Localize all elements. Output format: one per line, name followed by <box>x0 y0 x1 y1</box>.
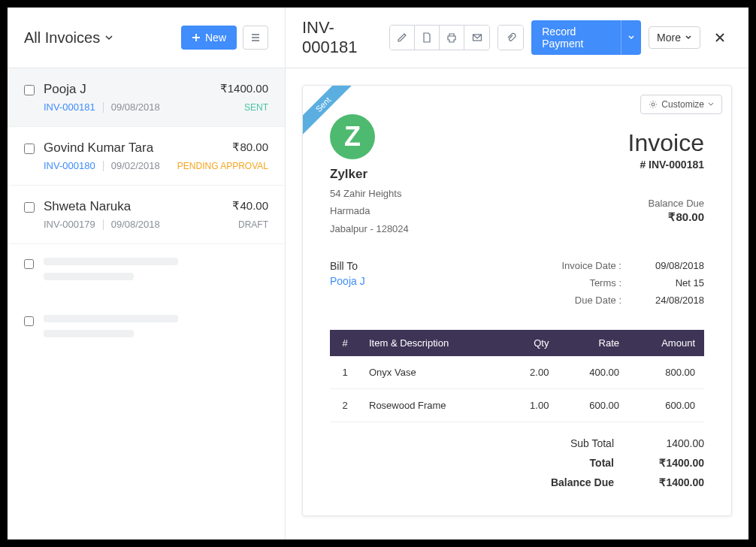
address-line: Jabalpur - 128024 <box>330 220 409 237</box>
list-date: 09/08/2018 <box>111 101 160 113</box>
invoice-number: # INV-000181 <box>628 159 704 171</box>
invoice-header: Z Zylker 54 Zahir Heights Harmada Jabalp… <box>330 114 704 237</box>
close-icon <box>714 32 726 44</box>
th-num: # <box>330 330 360 356</box>
list-status: SENT <box>244 102 268 113</box>
list-customer: Pooja J <box>44 82 86 97</box>
meta-label: Terms : <box>546 277 621 289</box>
app-container: All Invoices New INV-000181 <box>8 8 748 539</box>
customize-label: Customize <box>661 99 704 110</box>
record-payment-button[interactable]: Record Payment <box>531 20 641 55</box>
cell-desc: Onyx Vase <box>360 356 503 389</box>
billto-label: Bill To <box>330 260 365 272</box>
edit-button[interactable] <box>390 26 415 50</box>
icon-group-main <box>389 25 490 50</box>
list-invoice-no: INV-000180 <box>44 160 95 171</box>
list-customer: Shweta Naruka <box>44 199 131 214</box>
cell-qty: 2.00 <box>503 356 558 389</box>
invoice-title: INV-000181 <box>302 18 382 57</box>
invoice-right: Invoice # INV-000181 Balance Due ₹80.00 <box>628 114 704 237</box>
totals-value: 1400.00 <box>644 437 704 449</box>
th-item: Item & Description <box>360 330 503 356</box>
meta-label: Due Date : <box>546 295 621 306</box>
totals-label: Balance Due <box>524 476 614 488</box>
svg-point-1 <box>652 103 655 106</box>
page-title-dropdown[interactable]: All Invoices <box>24 29 113 47</box>
cell-num: 1 <box>330 356 360 389</box>
divider <box>103 219 104 230</box>
caret-down-icon <box>627 34 635 41</box>
status-ribbon: Sent <box>303 86 363 146</box>
cell-amount: 600.00 <box>628 389 704 422</box>
more-label: More <box>657 32 681 44</box>
plus-icon <box>192 33 201 42</box>
list-item[interactable]: Pooja J ₹1400.00 INV-000181 09/08/2018 S… <box>8 68 285 127</box>
line-items-table: # Item & Description Qty Rate Amount 1 O… <box>330 330 704 422</box>
checkbox[interactable] <box>24 202 35 213</box>
status-ribbon-text: Sent <box>303 86 357 138</box>
billto-left: Bill To Pooja J <box>330 260 365 312</box>
totals-row: Total ₹1400.00 <box>330 457 704 469</box>
caret-down-icon <box>708 101 714 107</box>
document-icon <box>422 32 432 43</box>
divider <box>103 102 104 113</box>
print-button[interactable] <box>440 26 464 50</box>
paperclip-icon <box>506 32 516 43</box>
table-row: 2 Rosewood Frame 1.00 600.00 600.00 <box>330 389 704 422</box>
header: All Invoices New INV-000181 <box>8 8 748 68</box>
meta-row: Due Date : 24/08/2018 <box>546 295 704 306</box>
header-left: All Invoices New <box>8 8 286 68</box>
cell-rate: 400.00 <box>558 356 628 389</box>
balance-amount: ₹80.00 <box>628 210 704 224</box>
meta-row: Terms : Net 15 <box>546 277 704 289</box>
divider <box>103 161 104 171</box>
cell-amount: 800.00 <box>628 356 704 389</box>
th-amount: Amount <box>628 330 704 356</box>
th-qty: Qty <box>503 330 558 356</box>
new-button[interactable]: New <box>181 26 237 50</box>
header-right: INV-000181 <box>286 8 748 68</box>
balance-label: Balance Due <box>628 198 704 209</box>
address-line: 54 Zahir Heights <box>330 185 409 202</box>
checkbox[interactable] <box>24 144 35 154</box>
balance-due-block: Balance Due ₹80.00 <box>628 198 704 224</box>
checkbox[interactable] <box>24 259 34 269</box>
record-payment-label: Record Payment <box>531 20 621 55</box>
list-item[interactable]: Shweta Naruka ₹40.00 INV-000179 09/08/20… <box>8 186 285 244</box>
checkbox[interactable] <box>24 316 34 326</box>
mail-button[interactable] <box>464 26 489 50</box>
invoice-detail: Sent Customize Z Zylker 54 Zahir Heights <box>286 68 748 539</box>
menu-button[interactable] <box>243 26 268 50</box>
pencil-icon <box>397 32 407 43</box>
gear-icon <box>649 100 658 109</box>
totals-row: Sub Total 1400.00 <box>330 437 704 449</box>
list-invoice-no: INV-000179 <box>44 219 95 230</box>
billto-name[interactable]: Pooja J <box>330 275 365 287</box>
meta-row: Invoice Date : 09/08/2018 <box>546 260 704 271</box>
meta-label: Invoice Date : <box>546 260 621 271</box>
new-button-label: New <box>205 32 226 44</box>
pdf-button[interactable] <box>415 26 440 50</box>
print-icon <box>446 32 457 43</box>
list-amount: ₹80.00 <box>232 141 268 156</box>
record-payment-caret[interactable] <box>621 20 641 55</box>
list-customer: Govind Kumar Tara <box>44 141 153 156</box>
totals-value: ₹1400.00 <box>644 457 704 469</box>
company-name: Zylker <box>330 167 409 182</box>
attach-button[interactable] <box>498 26 523 50</box>
more-button[interactable]: More <box>649 26 700 49</box>
list-date: 09/02/2018 <box>111 160 160 171</box>
header-left-actions: New <box>181 26 268 50</box>
close-button[interactable] <box>708 29 732 47</box>
totals-label: Sub Total <box>524 437 614 449</box>
list-item[interactable]: Govind Kumar Tara ₹80.00 INV-000180 09/0… <box>8 127 285 186</box>
list-date: 09/08/2018 <box>111 219 160 230</box>
th-rate: Rate <box>558 330 628 356</box>
customize-button[interactable]: Customize <box>640 95 722 114</box>
totals-row: Balance Due ₹1400.00 <box>330 476 704 488</box>
totals-value: ₹1400.00 <box>644 476 704 488</box>
invoice-list: Pooja J ₹1400.00 INV-000181 09/08/2018 S… <box>8 68 286 539</box>
caret-down-icon <box>685 34 692 41</box>
checkbox[interactable] <box>24 85 35 95</box>
cell-qty: 1.00 <box>503 389 558 422</box>
